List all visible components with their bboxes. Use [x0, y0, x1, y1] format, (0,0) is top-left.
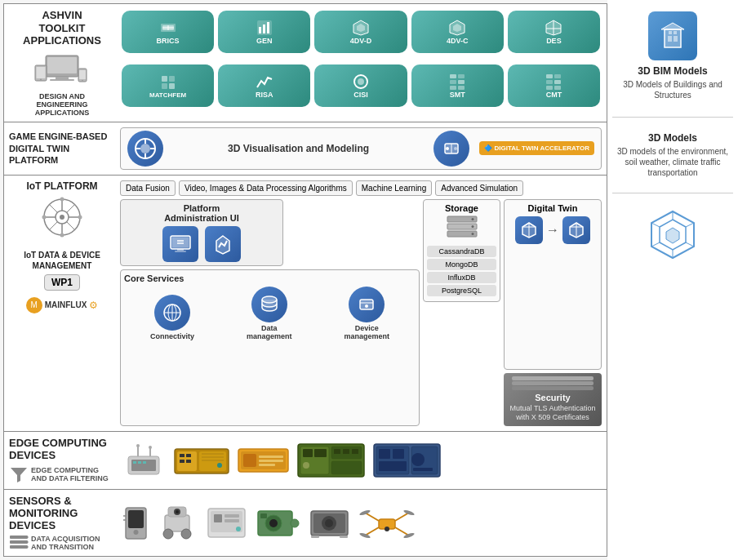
sidebar-divider-2 — [612, 193, 733, 193]
svg-rect-189 — [674, 31, 677, 34]
svg-point-99 — [136, 444, 140, 447]
svg-line-63 — [67, 222, 75, 230]
bim-title: 3D BIM Models — [638, 65, 707, 77]
svg-rect-129 — [334, 449, 340, 454]
svg-rect-38 — [554, 74, 561, 78]
sidebar-divider-1 — [612, 117, 733, 118]
svg-rect-72 — [177, 249, 184, 251]
sidebar-bim-section: 3D BIM Models 3D Models of Buildings and… — [612, 7, 733, 105]
svg-rect-147 — [128, 510, 144, 528]
svg-rect-25 — [162, 76, 167, 82]
svg-rect-139 — [413, 468, 433, 471]
svg-rect-3 — [50, 79, 74, 81]
dt-title: Digital Twin — [508, 203, 598, 213]
mainflux-text: MAINFLUX — [45, 300, 87, 309]
right-sidebar: 3D BIM Models 3D Models of Buildings and… — [607, 0, 738, 560]
svg-rect-15 — [259, 27, 261, 33]
svg-rect-109 — [186, 454, 191, 457]
svg-rect-1 — [47, 57, 77, 73]
app-cisi[interactable]: CISI — [314, 64, 407, 107]
svg-point-65 — [60, 233, 64, 237]
svg-rect-35 — [450, 86, 456, 90]
svg-rect-184 — [665, 29, 681, 47]
app-smt[interactable]: SMT — [411, 64, 504, 107]
sidebar-3d-models-section: 3D Models 3D models of the environment, … — [612, 129, 733, 181]
svg-rect-118 — [243, 454, 256, 467]
app-des[interactable]: DES — [508, 11, 600, 53]
tab-ml[interactable]: Machine Learning — [356, 180, 433, 196]
security-layers — [507, 376, 598, 390]
security-title: Security — [507, 393, 598, 402]
toolkit-title: ASHVINTOOLKITAPPLICATIONS — [23, 9, 101, 47]
app-4dvd[interactable]: 4DV-D — [314, 11, 407, 53]
svg-rect-28 — [169, 83, 175, 89]
svg-line-194 — [686, 223, 694, 227]
sensors-label-area: SENSORS & MONITORING DEVICES DATA ACQUIS… — [9, 495, 115, 551]
svg-rect-120 — [259, 460, 283, 462]
svg-marker-95 — [11, 468, 27, 482]
app-cisi-label: CISI — [353, 91, 368, 99]
svg-rect-103 — [138, 461, 141, 464]
svg-rect-16 — [263, 24, 265, 33]
app-4dvc[interactable]: 4DV-C — [411, 11, 504, 53]
storage-box: Storage CassandraDB MongoDB InfluxDB Pos… — [423, 199, 500, 302]
svg-line-62 — [49, 222, 57, 230]
core-data-mgmt: Datamanagement — [247, 287, 292, 340]
app-matchfem[interactable]: MATCHFEM — [122, 64, 214, 107]
svg-line-176 — [395, 513, 409, 521]
platform-icon-chart — [205, 226, 241, 262]
edge-device-4 — [296, 441, 366, 480]
platform-admin-box: PlatformAdministration UI — [120, 199, 283, 266]
tab-data-fusion[interactable]: Data Fusion — [120, 180, 176, 196]
svg-point-86 — [471, 218, 473, 220]
section-iot: IoT PLATFORM — [4, 176, 607, 432]
svg-point-30 — [358, 78, 364, 85]
app-brics-label: BRICS — [157, 37, 180, 45]
platform-icon-screen — [162, 226, 198, 262]
svg-point-166 — [269, 519, 278, 527]
svg-rect-188 — [669, 31, 672, 34]
game-engine-icon2 — [433, 131, 469, 167]
svg-rect-141 — [10, 540, 28, 544]
edge-device-1 — [122, 441, 167, 480]
storage-column: Storage CassandraDB MongoDB InfluxDB Pos… — [423, 199, 500, 426]
edge-filter-icon — [9, 464, 29, 484]
edge-sub: EDGE COMPUTINGAND DATA FILTERING — [9, 464, 115, 484]
svg-rect-136 — [393, 449, 404, 459]
storage-mongo: MongoDB — [427, 259, 496, 270]
svg-rect-140 — [10, 536, 28, 539]
svg-rect-125 — [331, 461, 362, 474]
left-area: ASHVINTOOLKITAPPLICATIONS — [3, 3, 607, 557]
app-gen[interactable]: GEN — [218, 11, 310, 53]
toolkit-device-label: DESIGN ANDENGINEERINGAPPLICATIONS — [35, 92, 89, 117]
svg-rect-41 — [546, 86, 553, 90]
svg-rect-5 — [37, 67, 46, 78]
svg-point-171 — [325, 519, 333, 527]
svg-line-195 — [686, 242, 694, 247]
app-cmt[interactable]: CMT — [508, 64, 600, 107]
svg-point-51 — [446, 147, 449, 150]
svg-rect-127 — [314, 449, 327, 457]
storage-cassandra: CassandraDB — [427, 246, 496, 257]
app-brics[interactable]: BRICS — [122, 11, 214, 53]
svg-rect-37 — [546, 74, 553, 78]
tab-video[interactable]: Video, Images & Data Processing Algorith… — [179, 180, 353, 196]
security-text: Mutual TLS Authentication with X 509 Cer… — [507, 404, 598, 423]
svg-rect-102 — [133, 461, 136, 464]
svg-point-183 — [385, 527, 389, 531]
svg-rect-39 — [546, 80, 553, 84]
tab-adv-sim[interactable]: Advanced Simulation — [435, 180, 523, 196]
core-device-mgmt-label: Devicemanagement — [344, 324, 389, 340]
core-icons-row: Connectivity Datamanagement — [124, 287, 416, 340]
app-des-label: DES — [546, 37, 562, 45]
mainflux-logo: M MAINFLUX ⚙ — [26, 297, 99, 313]
svg-rect-186 — [668, 36, 672, 42]
svg-rect-34 — [458, 80, 465, 84]
game-engine-label: GAME ENGINE-BASEDDIGITAL TWINPLATFORM — [9, 131, 115, 166]
svg-rect-130 — [343, 449, 349, 454]
game-engine-content: 3D Visualisation and Modeling 🔷 DIGITAL … — [120, 127, 602, 170]
iot-right: Data Fusion Video, Images & Data Process… — [120, 180, 602, 426]
app-risa[interactable]: RISA — [218, 64, 310, 107]
iot-main-content: PlatformAdministration UI — [120, 199, 602, 426]
toolkit-apps-grid: BRICS GEN 4DV-D 4DV-C DES — [120, 9, 602, 117]
